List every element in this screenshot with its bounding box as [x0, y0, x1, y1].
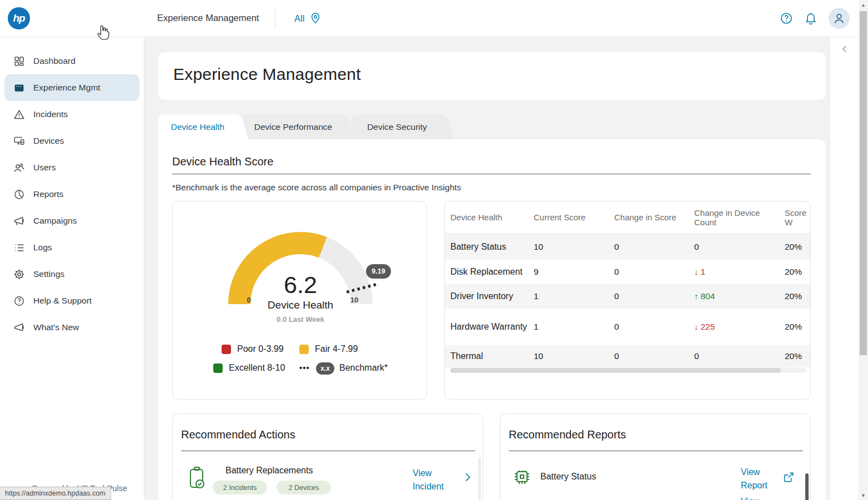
- recommended-reports-card: Recommended Reports Battery Status View …: [500, 413, 811, 500]
- table-row[interactable]: Hardware Warranty 1 0 ↓225 20%: [445, 309, 810, 345]
- sidebar-item-label: What's New: [33, 322, 79, 332]
- col-header: Current Score: [528, 213, 609, 222]
- table-horizontal-scrollbar[interactable]: [450, 368, 806, 373]
- section-title: Device Health Score: [172, 155, 273, 168]
- legend-excellent-swatch: [213, 363, 223, 373]
- top-bar: hp Experience Management All: [0, 0, 868, 37]
- table-row[interactable]: Thermal 10 0 0 20%: [445, 345, 810, 367]
- benchmark-note: *Benchmark is the average score across a…: [172, 183, 461, 193]
- arrow-down-icon: ↓: [694, 267, 699, 276]
- recommended-actions-title: Recommended Actions: [181, 428, 295, 441]
- logs-list-icon: [13, 242, 25, 254]
- sidebar: Dashboard Experience Mgmt Incidents: [0, 37, 144, 500]
- sidebar-item-label: Incidents: [33, 109, 68, 119]
- hp-logo[interactable]: hp: [8, 7, 30, 29]
- table-row[interactable]: Battery Status 10 0 0 20%: [445, 234, 810, 260]
- table-row[interactable]: Disk Replacement 9 0 ↓1 20%: [445, 260, 810, 284]
- report-item-name: Battery Status: [540, 472, 596, 482]
- sidebar-item-reports[interactable]: Reports: [4, 181, 139, 208]
- scroll-up-arrow[interactable]: ▲: [859, 0, 868, 9]
- sidebar-item-label: Campaigns: [33, 216, 77, 226]
- table-header-row: Device Health Current Score Change in Sc…: [445, 201, 810, 234]
- incidents-count-badge: 2 Incidents: [213, 481, 267, 494]
- notifications-bell-icon[interactable]: [804, 12, 817, 25]
- sidebar-item-experience-mgmt[interactable]: Experience Mgmt: [4, 74, 139, 101]
- tab-label: Device Health: [158, 114, 236, 139]
- card-divider: [509, 451, 803, 451]
- app-title: Experience Management: [157, 13, 259, 23]
- hp-logo-text: hp: [13, 12, 24, 24]
- tab-device-performance[interactable]: Device Performance: [243, 114, 343, 139]
- sidebar-item-whats-new[interactable]: What's New: [4, 314, 139, 341]
- sidebar-item-label: Settings: [33, 269, 64, 279]
- chevron-right-icon[interactable]: [461, 471, 474, 483]
- tab-label: Device Performance: [243, 114, 343, 139]
- tab-device-health[interactable]: Device Health: [158, 114, 236, 139]
- view-incident-link[interactable]: View Incident: [413, 467, 459, 493]
- recommended-reports-title: Recommended Reports: [509, 428, 626, 441]
- view-report-link[interactable]: View Report: [741, 466, 787, 492]
- col-header: Change in Device Count: [689, 208, 779, 227]
- health-score-table-card: Device Health Current Score Change in Sc…: [444, 201, 811, 400]
- collapse-panel-chevron-left-icon[interactable]: [840, 44, 850, 54]
- sidebar-item-label: Dashboard: [33, 56, 76, 66]
- sidebar-item-label: Logs: [33, 243, 52, 252]
- dashboard-icon: [13, 55, 25, 67]
- sidebar-item-label: Reports: [33, 189, 63, 199]
- action-item-name: Battery Replacements: [225, 466, 313, 476]
- arrow-down-icon: ↓: [694, 322, 699, 331]
- megaphone-icon: [13, 322, 25, 334]
- right-rail-panel: [830, 37, 859, 500]
- scrollbar-thumb[interactable]: [450, 368, 781, 373]
- battery-check-icon: [188, 466, 205, 489]
- table-row[interactable]: Driver Inventory 1 0 ↑804 20%: [445, 284, 810, 309]
- sidebar-item-campaigns[interactable]: Campaigns: [4, 208, 139, 234]
- gauge-label: Device Health: [173, 299, 428, 311]
- sidebar-item-dashboard[interactable]: Dashboard: [4, 48, 139, 74]
- gauge-last-week: 0.0 Last Week: [173, 315, 428, 324]
- external-link-icon[interactable]: [782, 471, 795, 483]
- users-icon: [13, 162, 25, 174]
- tab-device-security[interactable]: Device Security: [352, 114, 441, 139]
- sidebar-nav: Dashboard Experience Mgmt Incidents: [0, 48, 144, 341]
- scrollbar-thumb[interactable]: [860, 11, 867, 355]
- help-icon[interactable]: [780, 12, 793, 25]
- sidebar-item-label: Experience Mgmt: [33, 83, 101, 93]
- legend-poor-swatch: [222, 345, 231, 354]
- user-avatar[interactable]: [829, 8, 850, 29]
- scope-selector[interactable]: All: [294, 12, 322, 24]
- sidebar-item-help-support[interactable]: Help & Support: [4, 287, 139, 314]
- sidebar-item-label: Devices: [33, 136, 64, 146]
- browser-scrollbar[interactable]: ▲ ▼: [859, 0, 868, 500]
- location-pin-icon: [309, 12, 322, 24]
- sidebar-item-incidents[interactable]: Incidents: [4, 101, 139, 128]
- legend-benchmark-badge: x.x: [316, 362, 334, 375]
- card-divider: [181, 451, 475, 451]
- legend-benchmark-label: Benchmark*: [339, 363, 388, 373]
- view-link-partial[interactable]: View: [741, 495, 787, 500]
- reports-pie-icon: [13, 189, 25, 200]
- gear-icon: [13, 269, 25, 280]
- gauge-max-label: 10: [348, 296, 361, 304]
- scroll-down-arrow[interactable]: ▼: [859, 491, 868, 500]
- sidebar-item-label: Help & Support: [33, 296, 92, 306]
- col-header: Score W: [779, 208, 811, 227]
- sidebar-item-settings[interactable]: Settings: [4, 261, 139, 287]
- page-title: Experience Management: [173, 65, 361, 84]
- sidebar-item-devices[interactable]: Devices: [4, 128, 139, 154]
- link-status-bar: https://adminxdemo.hpdaas.com: [0, 487, 111, 500]
- legend-benchmark-dots: •••: [299, 363, 310, 372]
- arrow-up-icon: ↑: [694, 291, 699, 301]
- device-health-panel: Device Health Score *Benchmark is the av…: [158, 139, 826, 500]
- header-divider: [275, 8, 275, 28]
- sidebar-item-users[interactable]: Users: [4, 154, 139, 181]
- topbar-actions: [780, 8, 850, 29]
- legend-fair-swatch: [299, 345, 309, 354]
- hp-techpulse-app: hp Experience Management All: [0, 0, 868, 500]
- sidebar-item-logs[interactable]: Logs: [4, 234, 139, 261]
- card-scrollbar[interactable]: [478, 457, 481, 500]
- col-header: Change in Score: [609, 213, 689, 222]
- gauge-value: 6.2: [173, 271, 428, 299]
- card-scrollbar[interactable]: [805, 473, 809, 500]
- devices-count-badge: 2 Devices: [277, 481, 331, 494]
